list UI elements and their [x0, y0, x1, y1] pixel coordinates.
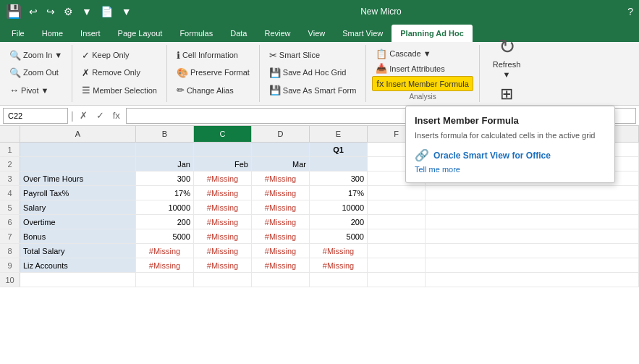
cell-e3[interactable]: 300 [310, 172, 368, 185]
cell-f7[interactable] [368, 229, 426, 243]
cell-b2[interactable]: Jan [136, 157, 194, 171]
tooltip-link[interactable]: Oracle Smart View for Office [433, 151, 551, 161]
cell-c10[interactable] [194, 273, 252, 287]
cell-e7[interactable]: 5000 [310, 229, 368, 243]
cell-a10[interactable] [20, 273, 136, 287]
cell-a5[interactable]: Salary [20, 200, 136, 214]
cell-c5[interactable]: #Missing [194, 200, 252, 214]
tab-smart-view[interactable]: Smart View [334, 25, 392, 42]
col-header-e[interactable]: E [310, 126, 368, 142]
fx-button[interactable]: fx [110, 109, 123, 122]
col-header-b[interactable]: B [136, 126, 194, 142]
cell-c9[interactable]: #Missing [194, 258, 252, 272]
cell-c8[interactable]: #Missing [194, 244, 252, 258]
tab-insert[interactable]: Insert [72, 25, 109, 42]
refresh-button[interactable]: ↻ Refresh ▼ [486, 32, 528, 82]
cell-a2[interactable] [20, 157, 136, 171]
cell-d3[interactable]: #Missing [252, 172, 310, 185]
cell-d5[interactable]: #Missing [252, 200, 310, 214]
dropdown-button[interactable]: ▼ [79, 4, 95, 19]
save-ad-hoc-button[interactable]: 💾 Save Ad Hoc Grid [266, 66, 350, 80]
cell-a1[interactable] [20, 143, 136, 156]
cell-e10[interactable] [310, 273, 368, 287]
cell-b4[interactable]: 17% [136, 186, 194, 200]
cell-reference-box[interactable] [3, 108, 68, 124]
tab-home[interactable]: Home [33, 25, 72, 42]
config-button[interactable]: ⚙ [61, 4, 76, 19]
col-header-c[interactable]: C [194, 126, 252, 142]
cell-e1[interactable]: Q1 [310, 143, 368, 156]
cell-c1[interactable] [194, 143, 252, 156]
cell-f8[interactable] [368, 244, 426, 258]
cell-c7[interactable]: #Missing [194, 229, 252, 243]
cell-f6[interactable] [368, 215, 426, 229]
cell-a6[interactable]: Overtime [20, 215, 136, 229]
cell-c4[interactable]: #Missing [194, 186, 252, 200]
insert-member-formula-button[interactable]: fx Insert Member Formula [372, 76, 473, 91]
cell-b7[interactable]: 5000 [136, 229, 194, 243]
cell-b8[interactable]: #Missing [136, 244, 194, 258]
more-button[interactable]: ▼ [119, 4, 135, 19]
pivot-button[interactable]: ↔ Pivot ▼ [6, 83, 52, 97]
cell-b9[interactable]: #Missing [136, 258, 194, 272]
tab-planning-ad-hoc[interactable]: Planning Ad Hoc [392, 25, 473, 42]
cell-d10[interactable] [252, 273, 310, 287]
cell-d8[interactable]: #Missing [252, 244, 310, 258]
col-header-d[interactable]: D [252, 126, 310, 142]
cell-f10[interactable] [368, 273, 426, 287]
cell-information-button[interactable]: ℹ Cell Information [173, 48, 242, 62]
cell-a9[interactable]: Liz Accounts [20, 258, 136, 272]
preserve-format-button[interactable]: 🎨 Preserve Format [173, 66, 253, 80]
cell-a4[interactable]: Payroll Tax% [20, 186, 136, 200]
cell-a7[interactable]: Bonus [20, 229, 136, 243]
cell-f5[interactable] [368, 200, 426, 214]
cell-d1[interactable] [252, 143, 310, 156]
zoom-in-button[interactable]: 🔍 Zoom In ▼ [6, 48, 66, 62]
cell-d2[interactable]: Mar [252, 157, 310, 171]
cell-e2[interactable] [310, 157, 368, 171]
cell-d9[interactable]: #Missing [252, 258, 310, 272]
insert-attributes-button[interactable]: 📥 Insert Attributes [372, 62, 448, 75]
tab-page-layout[interactable]: Page Layout [109, 25, 172, 42]
cell-d4[interactable]: #Missing [252, 186, 310, 200]
col-header-a[interactable]: A [20, 126, 136, 142]
keep-only-button[interactable]: ✓ Keep Only [78, 48, 132, 62]
tab-file[interactable]: File [3, 25, 33, 42]
cell-b3[interactable]: 300 [136, 172, 194, 185]
cascade-button[interactable]: 📋 Cascade ▼ [372, 47, 434, 61]
cell-d7[interactable]: #Missing [252, 229, 310, 243]
cell-a8[interactable]: Total Salary [20, 244, 136, 258]
undo-button[interactable]: ↩ [26, 4, 41, 19]
member-selection-button[interactable]: ☰ Member Selection [78, 83, 161, 97]
tooltip-more-link[interactable]: Tell me more [415, 165, 606, 174]
change-alias-button[interactable]: ✏ Change Alias [173, 83, 237, 97]
cell-e6[interactable]: 200 [310, 215, 368, 229]
confirm-formula-button[interactable]: ✓ [93, 109, 107, 122]
tab-review[interactable]: Review [255, 25, 299, 42]
cell-e5[interactable]: 10000 [310, 200, 368, 214]
cancel-formula-button[interactable]: ✗ [77, 109, 90, 122]
cell-b1[interactable] [136, 143, 194, 156]
zoom-out-button[interactable]: 🔍 Zoom Out [6, 66, 62, 80]
cell-b5[interactable]: 10000 [136, 200, 194, 214]
cell-b10[interactable] [136, 273, 194, 287]
cell-f4[interactable] [368, 186, 426, 200]
help-icon[interactable]: ? [627, 6, 633, 17]
file-icon-button[interactable]: 📄 [98, 4, 116, 19]
cell-b6[interactable]: 200 [136, 215, 194, 229]
cell-e4[interactable]: 17% [310, 186, 368, 200]
cell-d6[interactable]: #Missing [252, 215, 310, 229]
save-smart-form-button[interactable]: 💾 Save As Smart Form [266, 83, 360, 97]
redo-button[interactable]: ↪ [43, 4, 58, 19]
tab-data[interactable]: Data [221, 25, 255, 42]
cell-e9[interactable]: #Missing [310, 258, 368, 272]
cell-e8[interactable]: #Missing [310, 244, 368, 258]
smart-slice-button[interactable]: ✂ Smart Slice [266, 48, 323, 62]
cell-c3[interactable]: #Missing [194, 172, 252, 185]
cell-a3[interactable]: Over Time Hours [20, 172, 136, 185]
cell-c2[interactable]: Feb [194, 157, 252, 171]
cell-c6[interactable]: #Missing [194, 215, 252, 229]
tab-view[interactable]: View [300, 25, 334, 42]
cell-f9[interactable] [368, 258, 426, 272]
remove-only-button[interactable]: ✗ Remove Only [78, 66, 144, 80]
